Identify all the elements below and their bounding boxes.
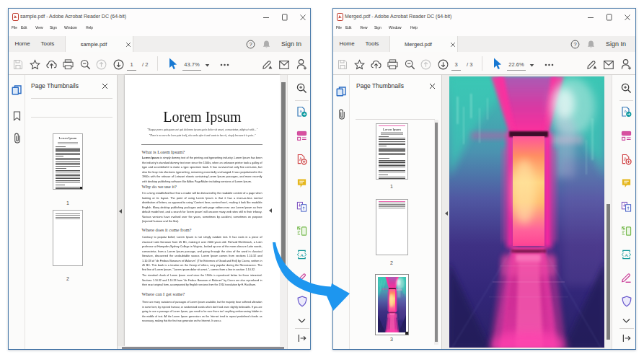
svg-text:?: ? [573,41,576,48]
svg-text:A: A [625,252,629,258]
svg-text:?: ? [249,41,252,48]
